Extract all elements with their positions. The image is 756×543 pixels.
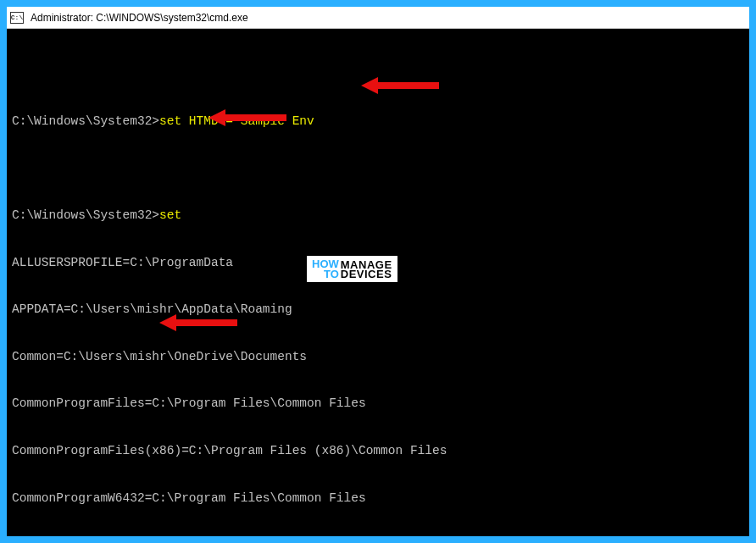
env-line: ALLUSERSPROFILE=C:\ProgramData xyxy=(12,255,744,271)
cmd-icon: C:\ xyxy=(10,12,24,24)
prompt-line-1: C:\Windows\System32>set HTMD = Sample En… xyxy=(12,114,744,130)
command-1: set HTMD = Sample Env xyxy=(159,114,314,128)
terminal-output[interactable]: C:\Windows\System32>set HTMD = Sample En… xyxy=(7,29,749,536)
titlebar[interactable]: C:\ Administrator: C:\WINDOWS\system32\c… xyxy=(7,7,749,29)
command-2: set xyxy=(159,208,181,222)
watermark-text: DEVICES xyxy=(341,269,392,279)
env-line: CommonProgramW6432=C:\Program Files\Comm… xyxy=(12,490,744,507)
env-line: Common=C:\Users\mishr\OneDrive\Documents xyxy=(12,349,744,365)
prompt-line-2: C:\Windows\System32>set xyxy=(12,208,744,224)
env-line: APPDATA=C:\Users\mishr\AppData\Roaming xyxy=(12,302,744,318)
watermark-text: TO xyxy=(312,269,339,280)
window-title: Administrator: C:\WINDOWS\system32\cmd.e… xyxy=(31,12,248,24)
env-line: CommonProgramFiles=C:\Program Files\Comm… xyxy=(12,396,744,412)
env-line: CommonProgramFiles(x86)=C:\Program Files… xyxy=(12,443,744,459)
prompt-1: C:\Windows\System32> xyxy=(12,114,159,128)
cmd-window: C:\ Administrator: C:\WINDOWS\system32\c… xyxy=(7,7,749,536)
prompt-2: C:\Windows\System32> xyxy=(12,208,159,222)
